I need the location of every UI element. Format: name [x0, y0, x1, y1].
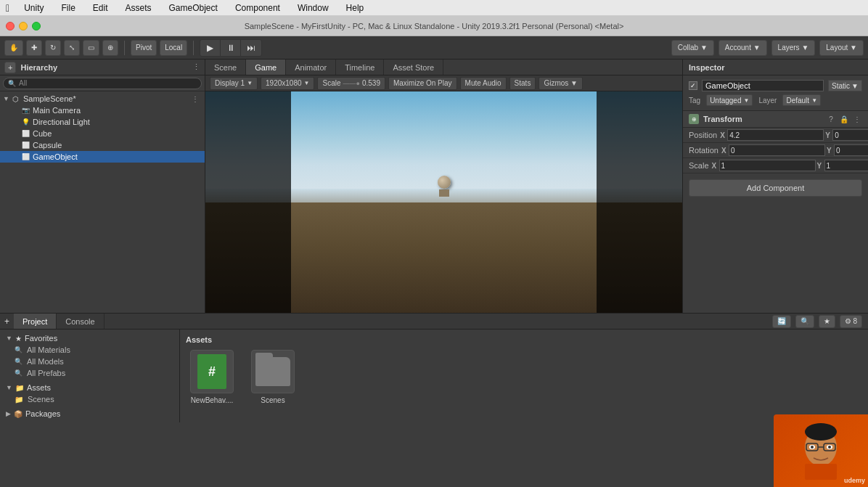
menu-help[interactable]: Help	[343, 3, 367, 13]
folder-icon-wrap	[251, 350, 295, 393]
webcam-content: udemy	[774, 414, 868, 487]
main-camera-label: Main Camera	[33, 106, 81, 115]
menu-assets[interactable]: Assets	[123, 3, 155, 13]
hierarchy-item-capsule[interactable]: ⬜ Capsule	[0, 139, 205, 151]
minimize-window-button[interactable]	[19, 22, 28, 30]
hierarchy-item-directional-light[interactable]: 💡 Directional Light	[0, 116, 205, 128]
tab-animator[interactable]: Animator	[286, 60, 336, 75]
layer-select[interactable]: Default ▼	[782, 94, 821, 106]
rotation-x-input[interactable]	[729, 144, 825, 156]
all-models-item[interactable]: 🔍 All Models	[0, 356, 179, 367]
script-icon-wrap: #	[190, 350, 234, 393]
hierarchy-item-main-camera[interactable]: 📷 Main Camera	[0, 105, 205, 116]
hierarchy-add-button[interactable]: +	[4, 62, 16, 73]
scene-toolbar: Display 1 ▼ 1920x1080 ▼ Scale ——● 0.539 …	[205, 75, 682, 91]
gizmos-button[interactable]: Gizmos ▼	[539, 77, 583, 90]
menu-gameobject[interactable]: GameObject	[166, 3, 221, 13]
mute-audio-button[interactable]: Mute Audio	[460, 77, 507, 90]
stats-button[interactable]: Stats	[509, 77, 536, 90]
tab-timeline[interactable]: Timeline	[336, 60, 384, 75]
asset-item-scenes[interactable]: Scenes	[247, 350, 299, 404]
scale-y-input[interactable]	[824, 160, 868, 171]
layer-chevron-icon: ▼	[811, 97, 817, 104]
hierarchy-panel-options[interactable]: ⋮	[192, 62, 200, 72]
gameobject-name-input[interactable]	[702, 80, 824, 91]
account-label: Account ▼	[725, 44, 761, 52]
transform-component: ⊕ Transform ? 🔒 ⋮ Position X	[683, 111, 868, 173]
bottom-add-button[interactable]: +	[0, 314, 14, 330]
assets-tree-section[interactable]: ▼ 📁 Assets	[0, 382, 179, 393]
collab-label: Collab ▼	[678, 44, 708, 52]
svg-rect-9	[805, 464, 837, 480]
pause-button[interactable]: ⏸	[221, 40, 241, 56]
position-xyz: X Y Z	[720, 129, 868, 141]
all-materials-label: All Materials	[27, 345, 70, 354]
tab-project[interactable]: Project	[14, 314, 57, 329]
position-x-input[interactable]	[727, 129, 824, 141]
project-settings-button[interactable]: ⚙ 8	[840, 315, 862, 328]
hierarchy-search-input[interactable]: 🔍 All	[3, 78, 202, 89]
fullscreen-window-button[interactable]	[32, 22, 41, 30]
folder-icon-asset	[255, 357, 290, 386]
pivot-button[interactable]: Pivot	[131, 40, 157, 56]
menu-window[interactable]: Window	[295, 3, 332, 13]
menu-edit[interactable]: Edit	[90, 3, 111, 13]
tab-scene[interactable]: Scene	[205, 60, 246, 75]
rotation-y-input[interactable]	[834, 144, 868, 156]
hierarchy-item-gameobject[interactable]: ⬜ GameObject	[0, 151, 205, 163]
menu-component[interactable]: Component	[232, 3, 283, 13]
all-materials-item[interactable]: 🔍 All Materials	[0, 344, 179, 356]
hierarchy-scene-item[interactable]: ▼ ⬡ SampleScene* ⋮	[0, 93, 205, 105]
rotate-tool-button[interactable]: ↻	[45, 40, 61, 56]
menu-unity[interactable]: Unity	[21, 3, 46, 13]
newbehavior-label: NewBehav....	[191, 396, 234, 404]
tab-asset-store[interactable]: Asset Store	[384, 60, 443, 75]
menu-file[interactable]: File	[58, 3, 78, 13]
step-button[interactable]: ⏭	[241, 40, 261, 56]
tab-game[interactable]: Game	[246, 60, 286, 75]
layers-button[interactable]: Layers ▼	[771, 40, 816, 56]
hand-tool-button[interactable]: ✋	[4, 40, 23, 56]
component-question-button[interactable]: ?	[826, 114, 836, 124]
tag-label: Tag	[689, 97, 700, 105]
display-select[interactable]: Display 1 ▼	[210, 77, 258, 90]
component-lock-button[interactable]: 🔒	[839, 114, 849, 124]
gameobject-static-button[interactable]: Static ▼	[828, 80, 862, 91]
account-button[interactable]: Account ▼	[718, 40, 767, 56]
project-search-button[interactable]: 🔍	[795, 315, 814, 328]
scale-control[interactable]: Scale ——● 0.539	[317, 77, 385, 90]
scale-x-input[interactable]	[719, 160, 816, 171]
rect-tool-button[interactable]: ▭	[83, 40, 99, 56]
position-y-input[interactable]	[832, 129, 868, 141]
packages-collapse-icon: ▶	[6, 410, 11, 417]
add-component-button[interactable]: Add Component	[689, 179, 862, 197]
scenes-tree-item[interactable]: 📁 Scenes	[0, 393, 179, 405]
favorites-section[interactable]: ▼ ★ Favorites	[0, 332, 179, 344]
sy-label: Y	[817, 162, 823, 170]
resolution-select[interactable]: 1920x1080 ▼	[261, 77, 314, 90]
scene-options-icon[interactable]: ⋮	[192, 95, 199, 103]
gameobject-enabled-checkbox[interactable]: ✓	[689, 81, 697, 90]
layout-button[interactable]: Layout ▼	[819, 40, 864, 56]
tab-console[interactable]: Console	[57, 314, 104, 329]
maximize-on-play-button[interactable]: Maximize On Play	[388, 77, 457, 90]
asset-item-newbehavior[interactable]: # NewBehav....	[186, 350, 238, 404]
main-toolbar: ✋ ✚ ↻ ⤡ ▭ ⊕ Pivot Local ▶ ⏸ ⏭ Collab ▼ A…	[0, 36, 868, 60]
all-prefabs-item[interactable]: 🔍 All Prefabs	[0, 367, 179, 379]
move-tool-button[interactable]: ✚	[26, 40, 42, 56]
project-refresh-button[interactable]: 🔄	[772, 315, 791, 328]
transform-tool-button[interactable]: ⊕	[102, 40, 118, 56]
collab-button[interactable]: Collab ▼	[671, 40, 714, 56]
close-window-button[interactable]	[6, 22, 15, 30]
scale-tool-button[interactable]: ⤡	[64, 40, 80, 56]
hierarchy-item-cube[interactable]: ⬜ Cube	[0, 128, 205, 139]
component-menu-button[interactable]: ⋮	[852, 114, 862, 124]
presenter-avatar	[792, 422, 850, 480]
play-button[interactable]: ▶	[200, 40, 221, 56]
apple-menu[interactable]: 	[6, 2, 9, 14]
directional-light-label: Directional Light	[33, 118, 90, 126]
packages-section[interactable]: ▶ 📦 Packages	[0, 408, 179, 420]
tag-select[interactable]: Untagged ▼	[706, 94, 753, 106]
project-star-button[interactable]: ★	[819, 315, 835, 328]
local-button[interactable]: Local	[160, 40, 187, 56]
